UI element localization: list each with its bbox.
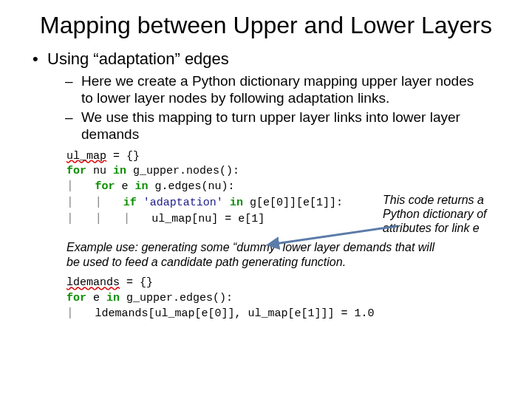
slide-content: Mapping between Upper and Lower Layers U…: [0, 0, 532, 329]
subbullet-use-mapping: We use this mapping to turn upper layer …: [81, 109, 502, 143]
subbullet-create-dict: Here we create a Python dictionary mappi…: [81, 73, 502, 107]
bullet-adaptation-edges: Using “adaptation” edges: [47, 50, 502, 69]
example-use-note: Example use: generating some “dummy” low…: [66, 240, 502, 270]
slide-title: Mapping between Upper and Lower Layers: [30, 12, 502, 39]
code-block-ldemands: ldemands = {} for e in g_upper.edges(): …: [66, 276, 502, 321]
code-annotation: This code returns a Python dictionary of…: [383, 193, 508, 236]
